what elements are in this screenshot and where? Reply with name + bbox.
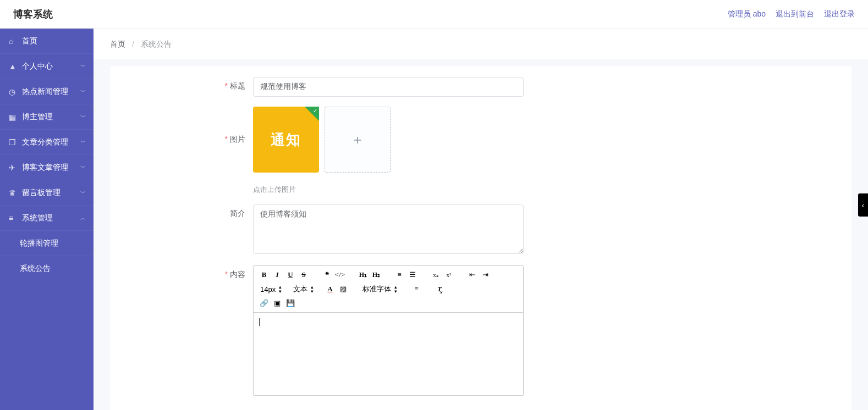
upload-list: 通知 ✓ ＋: [253, 107, 524, 173]
subscript-button[interactable]: x₂: [430, 269, 442, 280]
menu-icon: ≡: [9, 214, 17, 223]
editor-toolbar: B I U S ❝ </> H₁ H₂ ≡ ☰: [254, 266, 523, 313]
header-actions: 管理员 abo 退出到前台 退出登录: [728, 9, 855, 19]
home-icon: ⌂: [9, 37, 17, 46]
chevron-up-icon: ︿: [80, 214, 86, 222]
indent-button[interactable]: ⇤: [466, 269, 478, 280]
required-marker: *: [225, 135, 228, 143]
sidebar-item-category[interactable]: ❐ 文章分类管理 ﹀: [0, 130, 94, 155]
sidebar-item-label: 博主管理: [22, 112, 53, 122]
sidebar-item-label: 首页: [22, 36, 37, 46]
breadcrumb-current: 系统公告: [141, 40, 172, 48]
label-title: *标题: [110, 77, 253, 91]
sidebar-item-label: 轮播图管理: [20, 239, 58, 248]
sidebar-item-message-board[interactable]: ♛ 留言板管理 ﹀: [0, 180, 94, 206]
sidebar-item-label: 系统公告: [20, 264, 51, 274]
align-button[interactable]: ≡: [410, 284, 422, 295]
sidebar-item-profile[interactable]: ▲ 个人中心 ﹀: [0, 54, 94, 79]
chevron-left-icon: ‹: [862, 201, 864, 209]
rich-text-editor: B I U S ❝ </> H₁ H₂ ≡ ☰: [253, 265, 524, 396]
form-card: *标题 *图片 通知 ✓ ＋: [110, 66, 851, 410]
font-color-button[interactable]: A: [324, 284, 336, 295]
sidebar-item-article[interactable]: ✈ 博客文章管理 ﹀: [0, 155, 94, 180]
exit-front-link[interactable]: 退出到前台: [776, 9, 814, 19]
upload-tip: 点击上传图片: [253, 185, 524, 195]
medal-icon: ♛: [9, 189, 17, 197]
copy-icon: ❐: [9, 138, 17, 147]
row-intro: 简介 使用博客须知: [110, 204, 851, 256]
app-logo: 博客系统: [13, 8, 53, 21]
sidebar-item-label: 个人中心: [22, 62, 53, 71]
strike-button[interactable]: S: [298, 269, 310, 280]
chevron-down-icon: ﹀: [80, 63, 86, 70]
title-input[interactable]: [253, 77, 524, 97]
uploaded-image-thumb[interactable]: 通知 ✓: [253, 107, 319, 173]
chevron-down-icon: ﹀: [80, 113, 86, 121]
check-icon: ✓: [313, 108, 317, 114]
clear-format-button[interactable]: Tx: [433, 284, 446, 295]
label-intro: 简介: [110, 204, 253, 219]
sidebar-item-label: 留言板管理: [22, 188, 61, 198]
save-button[interactable]: 💾: [284, 298, 296, 309]
user-icon: ▲: [9, 62, 17, 71]
ol-button[interactable]: ≡: [393, 269, 405, 280]
sidebar-item-news[interactable]: ◷ 热点新闻管理 ﹀: [0, 79, 94, 104]
main-area: 首页 / 系统公告 *标题 *图片 通知 ✓: [94, 29, 868, 410]
sidebar-item-label: 系统管理: [22, 213, 53, 223]
italic-button[interactable]: I: [271, 269, 283, 280]
font-size-select[interactable]: 14px ▴▾: [258, 285, 290, 293]
breadcrumb: 首页 / 系统公告: [94, 29, 868, 59]
sidebar-subitem-carousel[interactable]: 轮播图管理: [0, 231, 94, 256]
breadcrumb-sep: /: [132, 40, 134, 48]
header: 博客系统 管理员 abo 退出到前台 退出登录: [0, 0, 868, 29]
block-type-select[interactable]: 文本 ▴▾: [291, 284, 323, 294]
outdent-button[interactable]: ⇥: [479, 269, 491, 280]
upload-add-button[interactable]: ＋: [325, 107, 391, 173]
quote-button[interactable]: ❝: [321, 269, 333, 280]
code-button[interactable]: </>: [334, 269, 346, 280]
sidebar-subitem-announcement[interactable]: 系统公告: [0, 256, 94, 281]
sidebar-item-blogger[interactable]: ▦ 博主管理 ﹀: [0, 104, 94, 130]
plus-icon: ＋: [351, 133, 364, 146]
bold-button[interactable]: B: [258, 269, 270, 280]
chevron-down-icon: ﹀: [80, 189, 86, 197]
h2-button[interactable]: H₂: [370, 269, 382, 280]
h1-button[interactable]: H₁: [357, 269, 369, 280]
row-upload-tip: 点击上传图片: [110, 182, 851, 195]
chevron-down-icon: ﹀: [80, 164, 86, 171]
clock-icon: ◷: [9, 87, 17, 96]
sidebar-item-system[interactable]: ≡ 系统管理 ︿: [0, 206, 94, 231]
thumb-text: 通知: [271, 130, 301, 149]
chevron-down-icon: ﹀: [80, 88, 86, 96]
row-content: *内容 B I U S ❝ </> H₁: [110, 265, 851, 396]
chevron-down-icon: ﹀: [80, 138, 86, 146]
link-button[interactable]: 🔗: [258, 298, 270, 309]
underline-button[interactable]: U: [284, 269, 296, 280]
superscript-button[interactable]: x²: [443, 269, 455, 280]
editor-body[interactable]: [254, 313, 523, 395]
label-content: *内容: [110, 265, 253, 280]
sidebar-item-label: 热点新闻管理: [22, 87, 68, 97]
sidebar: ⌂ 首页 ▲ 个人中心 ﹀ ◷ 热点新闻管理 ﹀ ▦ 博主管理 ﹀ ❐ 文章分类…: [0, 29, 94, 410]
row-image: *图片 通知 ✓ ＋: [110, 107, 851, 173]
ul-button[interactable]: ☰: [406, 269, 419, 280]
doc-icon: ▦: [9, 113, 17, 121]
row-title: *标题: [110, 77, 851, 97]
admin-link[interactable]: 管理员 abo: [728, 9, 766, 19]
sidebar-item-label: 博客文章管理: [22, 163, 68, 173]
text-cursor: [259, 318, 260, 326]
intro-textarea[interactable]: 使用博客须知: [253, 204, 524, 254]
required-marker: *: [225, 270, 228, 279]
logout-link[interactable]: 退出登录: [824, 9, 855, 19]
sidebar-item-label: 文章分类管理: [22, 137, 68, 147]
breadcrumb-home[interactable]: 首页: [110, 40, 125, 48]
highlight-button[interactable]: ▨: [337, 284, 349, 295]
label-image: *图片: [110, 135, 253, 145]
settings-drawer-handle[interactable]: ‹: [858, 193, 868, 217]
required-marker: *: [225, 81, 228, 90]
plane-icon: ✈: [9, 163, 17, 172]
image-button[interactable]: ▣: [271, 298, 283, 309]
sidebar-item-home[interactable]: ⌂ 首页: [0, 29, 94, 54]
font-family-select[interactable]: 标准字体 ▴▾: [360, 284, 399, 294]
